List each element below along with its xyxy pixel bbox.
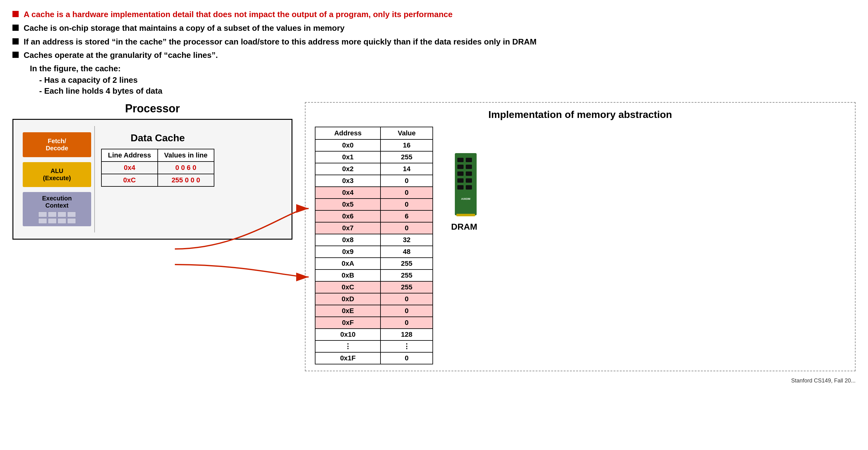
mem-addr-6: 0x6 — [315, 210, 380, 222]
mem-val-7: 0 — [380, 222, 433, 234]
footnote: Stanford CS149, Fall 20... — [12, 378, 856, 384]
mem-addr-0: 0x0 — [315, 140, 380, 151]
mem-addr-14: 0xE — [315, 305, 380, 317]
svg-rect-10 — [466, 185, 472, 189]
memory-row-4: 0x40 — [315, 187, 433, 199]
mem-addr-2: 0x2 — [315, 163, 380, 175]
svg-rect-0 — [455, 153, 476, 215]
mem-val-11: 255 — [380, 270, 433, 281]
bullet-square-2 — [12, 25, 19, 31]
dram-area: AXIOM DRAM — [448, 152, 480, 232]
memory-row-10: 0xA255 — [315, 258, 433, 270]
memory-row-7: 0x70 — [315, 222, 433, 234]
memory-row-2: 0x214 — [315, 163, 433, 175]
mem-val-12: 255 — [380, 281, 433, 293]
mem-addr-17: ⋮ — [315, 340, 380, 352]
mem-val-10: 255 — [380, 258, 433, 270]
reg-cell — [38, 218, 47, 224]
right-column: Implementation of memory abstraction Add… — [305, 102, 856, 371]
svg-rect-7 — [457, 178, 464, 183]
cache-table: Line Address Values in line 0x4 0 0 6 0 … — [101, 149, 214, 187]
mem-col-val: Value — [380, 127, 433, 140]
cache-detail-2: Each line holds 4 bytes of data — [39, 86, 856, 96]
reg-cell — [58, 218, 66, 224]
dram-label: DRAM — [451, 222, 477, 232]
mem-val-3: 0 — [380, 175, 433, 187]
cache-title: Data Cache — [131, 132, 185, 144]
mem-val-13: 0 — [380, 293, 433, 305]
mem-addr-10: 0xA — [315, 258, 380, 270]
bullet-square-4 — [12, 52, 19, 58]
mem-val-8: 32 — [380, 234, 433, 246]
mem-val-1: 255 — [380, 151, 433, 163]
mem-addr-15: 0xF — [315, 317, 380, 329]
left-column: Processor Fetch/ Decode ALU (Execute) Ex… — [12, 102, 292, 371]
fetch-decode-component: Fetch/ Decode — [23, 132, 91, 157]
mem-val-4: 0 — [380, 187, 433, 199]
mem-val-17: ⋮ — [380, 340, 433, 352]
cache-col-addr: Line Address — [101, 149, 158, 161]
svg-rect-2 — [466, 158, 472, 162]
memory-section: Address Value 0x0160x12550x2140x300x400x… — [315, 127, 433, 364]
mem-addr-13: 0xD — [315, 293, 380, 305]
mem-addr-8: 0x8 — [315, 234, 380, 246]
svg-rect-1 — [457, 158, 464, 162]
bullet-square-1 — [12, 11, 19, 17]
memory-row-3: 0x30 — [315, 175, 433, 187]
cpu-internals: Fetch/ Decode ALU (Execute) Execution Co… — [20, 126, 94, 233]
svg-rect-8 — [466, 178, 472, 183]
memory-row-9: 0x948 — [315, 246, 433, 258]
svg-rect-6 — [466, 172, 472, 176]
mem-col-addr: Address — [315, 127, 380, 140]
cache-vals-0: 0 0 6 0 — [158, 161, 214, 174]
memory-row-8: 0x832 — [315, 234, 433, 246]
memory-row-15: 0xF0 — [315, 317, 433, 329]
bullet-item-2: Cache is on-chip storage that maintains … — [12, 23, 856, 34]
memory-row-17: ⋮⋮ — [315, 340, 433, 352]
mem-val-9: 48 — [380, 246, 433, 258]
cache-sub-details: In the figure, the cache: Has a capacity… — [30, 64, 856, 96]
cache-vals-1: 255 0 0 0 — [158, 174, 214, 186]
bullet-item-3: If an address is stored “in the cache” t… — [12, 37, 856, 47]
memory-row-16: 0x10128 — [315, 329, 433, 340]
mem-addr-5: 0x5 — [315, 199, 380, 210]
svg-rect-3 — [457, 164, 464, 169]
bullet-square-3 — [12, 38, 19, 44]
memory-row-13: 0xD0 — [315, 293, 433, 305]
processor-title: Processor — [12, 102, 292, 115]
cache-row-1: 0xC 255 0 0 0 — [101, 174, 214, 186]
mem-addr-9: 0x9 — [315, 246, 380, 258]
data-cache-area: Data Cache Line Address Values in line 0… — [94, 126, 221, 233]
reg-cell — [67, 212, 76, 217]
memory-row-0: 0x016 — [315, 140, 433, 151]
mem-val-2: 14 — [380, 163, 433, 175]
main-diagram-area: Processor Fetch/ Decode ALU (Execute) Ex… — [12, 102, 856, 371]
diagram-title: Implementation of memory abstraction — [315, 109, 846, 120]
memory-row-1: 0x1255 — [315, 151, 433, 163]
svg-rect-9 — [457, 185, 464, 189]
svg-rect-4 — [466, 164, 472, 169]
mem-val-6: 6 — [380, 210, 433, 222]
reg-cell — [48, 218, 57, 224]
cache-col-vals: Values in line — [158, 149, 214, 161]
mem-addr-16: 0x10 — [315, 329, 380, 340]
memory-row-14: 0xE0 — [315, 305, 433, 317]
mem-val-14: 0 — [380, 305, 433, 317]
right-diagram-area: Address Value 0x0160x12550x2140x300x400x… — [315, 127, 846, 364]
mem-addr-11: 0xB — [315, 270, 380, 281]
mem-val-16: 128 — [380, 329, 433, 340]
cache-intro: In the figure, the cache: — [30, 64, 856, 73]
dram-chip-svg: AXIOM — [448, 152, 480, 217]
mem-addr-1: 0x1 — [315, 151, 380, 163]
memory-row-11: 0xB255 — [315, 270, 433, 281]
reg-cell — [48, 212, 57, 217]
bullet-item-4: Caches operate at the granularity of “ca… — [12, 50, 856, 61]
mem-val-5: 0 — [380, 199, 433, 210]
cache-detail-list: Has a capacity of 2 lines Each line hold… — [39, 75, 856, 96]
memory-row-5: 0x50 — [315, 199, 433, 210]
svg-text:AXIOM: AXIOM — [461, 197, 470, 201]
svg-rect-12 — [456, 214, 475, 216]
mem-val-18: 0 — [380, 352, 433, 364]
dram-chip-visual: AXIOM — [448, 152, 480, 219]
memory-row-18: 0x1F0 — [315, 352, 433, 364]
